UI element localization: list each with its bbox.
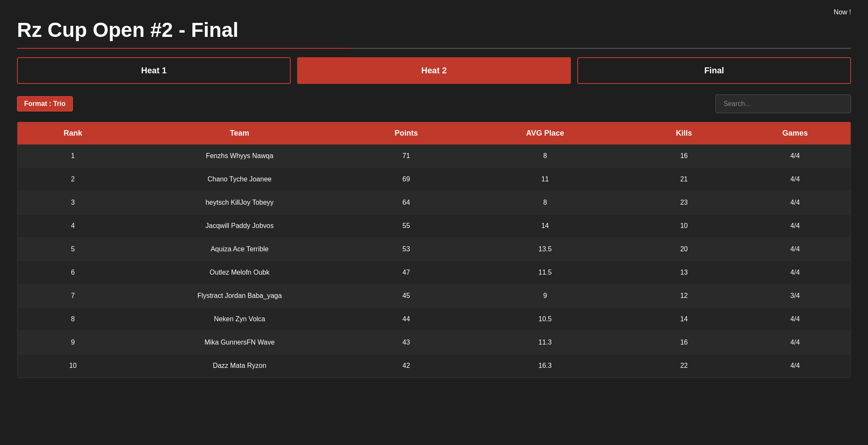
table-cell-team: Chano Tyche Joanee: [128, 175, 351, 183]
table-cell-rank: 1: [17, 152, 128, 160]
header-cell-avg-place: AVG Place: [462, 129, 629, 138]
table-header: RankTeamPointsAVG PlaceKillsGames: [17, 122, 851, 145]
table-cell-rank: 4: [17, 222, 128, 230]
table-cell-avg-place: 16.3: [462, 362, 629, 370]
header-cell-rank: Rank: [17, 129, 128, 138]
table-row: 8Neken Zyn Volca4410.5144/4: [17, 308, 851, 331]
tab-heat2[interactable]: Heat 2: [297, 57, 571, 84]
table-cell-rank: 6: [17, 269, 128, 276]
table-cell-avg-place: 13.5: [462, 245, 629, 253]
table-cell-games: 4/4: [740, 315, 851, 323]
table-cell-team: Aquiza Ace Terrible: [128, 245, 351, 253]
table-cell-points: 53: [351, 245, 462, 253]
table-cell-rank: 10: [17, 362, 128, 370]
table-cell-games: 3/4: [740, 292, 851, 300]
table-cell-kills: 21: [629, 175, 740, 183]
table-cell-games: 4/4: [740, 222, 851, 230]
table-cell-kills: 20: [629, 245, 740, 253]
table-cell-rank: 8: [17, 315, 128, 323]
table-cell-kills: 16: [629, 339, 740, 346]
table-row: 6Outlez Melofn Oubk4711.5134/4: [17, 261, 851, 284]
table-row: 2Chano Tyche Joanee6911214/4: [17, 168, 851, 191]
table-cell-kills: 14: [629, 315, 740, 323]
table-cell-kills: 12: [629, 292, 740, 300]
table-cell-games: 4/4: [740, 339, 851, 346]
table-cell-points: 44: [351, 315, 462, 323]
table-container: RankTeamPointsAVG PlaceKillsGames 1Fenzh…: [17, 122, 851, 378]
table-cell-avg-place: 8: [462, 199, 629, 206]
table-cell-rank: 2: [17, 175, 128, 183]
table-cell-points: 47: [351, 269, 462, 276]
table-cell-team: Neken Zyn Volca: [128, 315, 351, 323]
divider: [17, 48, 851, 49]
page-title: Rz Cup Open #2 - Final: [17, 18, 851, 42]
tab-heat1[interactable]: Heat 1: [17, 57, 291, 84]
header-cell-team: Team: [128, 129, 351, 138]
table-cell-avg-place: 11: [462, 175, 629, 183]
table-cell-team: Fenzhs Whyys Nawqa: [128, 152, 351, 160]
table-body: 1Fenzhs Whyys Nawqa718164/42Chano Tyche …: [17, 145, 851, 378]
table-cell-rank: 9: [17, 339, 128, 346]
table-cell-team: Outlez Melofn Oubk: [128, 269, 351, 276]
table-cell-points: 42: [351, 362, 462, 370]
table-cell-rank: 5: [17, 245, 128, 253]
table-cell-avg-place: 11.5: [462, 269, 629, 276]
table-cell-points: 45: [351, 292, 462, 300]
header-cell-points: Points: [351, 129, 462, 138]
table-cell-points: 71: [351, 152, 462, 160]
table-cell-games: 4/4: [740, 175, 851, 183]
table-row: 3heytsch KillJoy Tobeyy648234/4: [17, 191, 851, 214]
table-cell-rank: 7: [17, 292, 128, 300]
table-cell-avg-place: 14: [462, 222, 629, 230]
table-cell-team: heytsch KillJoy Tobeyy: [128, 199, 351, 206]
table-cell-kills: 16: [629, 152, 740, 160]
table-cell-avg-place: 11.3: [462, 339, 629, 346]
table-cell-kills: 22: [629, 362, 740, 370]
table-cell-games: 4/4: [740, 269, 851, 276]
table-row: 4Jacqwill Paddy Jobvos5514104/4: [17, 214, 851, 238]
table-cell-games: 4/4: [740, 199, 851, 206]
table-row: 5Aquiza Ace Terrible5313.5204/4: [17, 238, 851, 261]
table-cell-points: 64: [351, 199, 462, 206]
table-row: 1Fenzhs Whyys Nawqa718164/4: [17, 145, 851, 168]
table-cell-points: 55: [351, 222, 462, 230]
table-cell-games: 4/4: [740, 245, 851, 253]
table-cell-points: 43: [351, 339, 462, 346]
header-cell-kills: Kills: [629, 129, 740, 138]
header-cell-games: Games: [740, 129, 851, 138]
table-row: 10Dazz Mata Ryzon4216.3224/4: [17, 354, 851, 378]
table-cell-kills: 13: [629, 269, 740, 276]
format-badge: Format : Trio: [17, 96, 73, 111]
table-cell-avg-place: 9: [462, 292, 629, 300]
table-cell-avg-place: 8: [462, 152, 629, 160]
search-input[interactable]: [715, 95, 851, 113]
tabs-row: Heat 1 Heat 2 Final: [17, 57, 851, 84]
table-cell-kills: 23: [629, 199, 740, 206]
table-cell-games: 4/4: [740, 362, 851, 370]
table-cell-team: Flystract Jordan Baba_yaga: [128, 292, 351, 300]
table-cell-games: 4/4: [740, 152, 851, 160]
table-cell-team: Mika GunnersFN Wave: [128, 339, 351, 346]
table-cell-team: Jacqwill Paddy Jobvos: [128, 222, 351, 230]
now-label: Now !: [17, 8, 851, 16]
table-cell-points: 69: [351, 175, 462, 183]
table-cell-avg-place: 10.5: [462, 315, 629, 323]
table-cell-team: Dazz Mata Ryzon: [128, 362, 351, 370]
table-cell-kills: 10: [629, 222, 740, 230]
table-row: 9Mika GunnersFN Wave4311.3164/4: [17, 331, 851, 354]
table-row: 7Flystract Jordan Baba_yaga459123/4: [17, 284, 851, 308]
table-cell-rank: 3: [17, 199, 128, 206]
controls-row: Format : Trio: [17, 95, 851, 113]
tab-final[interactable]: Final: [577, 57, 851, 84]
